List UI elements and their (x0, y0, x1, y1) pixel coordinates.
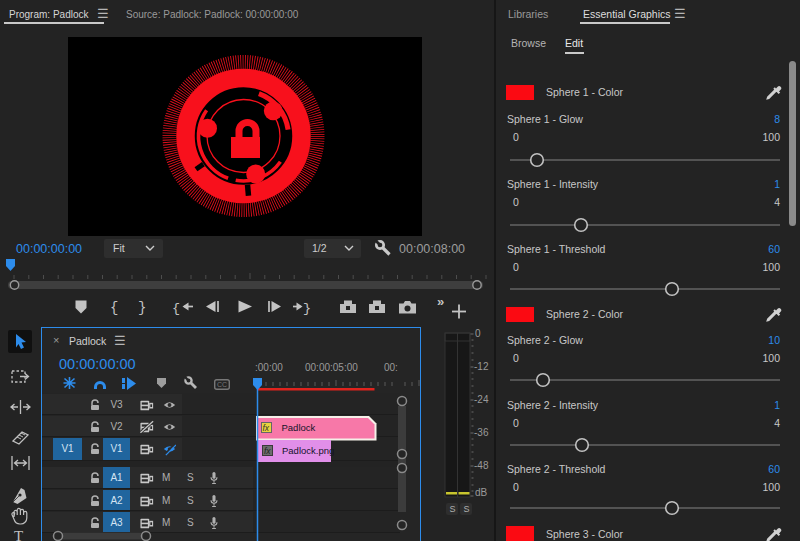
svg-text:-36: -36 (474, 427, 489, 438)
svg-text:dB: dB (475, 487, 488, 498)
svg-text:CC: CC (217, 381, 227, 388)
svg-text:S: S (450, 504, 456, 514)
svg-text:}: } (138, 300, 146, 316)
svg-text:-48: -48 (474, 460, 489, 471)
svg-text:{: { (172, 301, 180, 316)
svg-text:T: T (14, 528, 23, 541)
svg-text:-24: -24 (474, 394, 489, 405)
svg-text:0: 0 (475, 328, 481, 339)
svg-text:S: S (464, 504, 470, 514)
svg-text:-12: -12 (474, 361, 489, 372)
svg-text:}: } (303, 301, 311, 316)
svg-text:{: { (110, 300, 118, 316)
svg-text:»: » (437, 296, 444, 309)
